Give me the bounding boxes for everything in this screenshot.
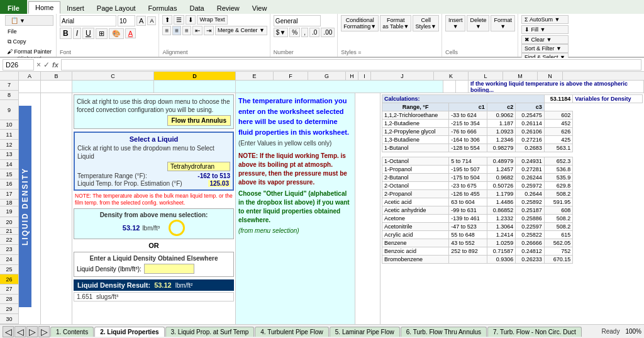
liquid-density-input[interactable] bbox=[144, 264, 194, 274]
row-header-23: 23 bbox=[0, 245, 19, 255]
formula-x-icon: × bbox=[36, 60, 41, 69]
insert-button[interactable]: Insert▼ bbox=[445, 15, 466, 31]
col-header-c3: c3 bbox=[516, 103, 545, 111]
paste-icon: 📋 bbox=[11, 17, 18, 24]
conditional-formatting-button[interactable]: ConditionalFormatting▼ bbox=[341, 15, 379, 31]
paste-button[interactable]: 📋▼ bbox=[5, 15, 53, 26]
decrease-font-button[interactable]: A bbox=[147, 16, 156, 25]
sheet-tab-liquid-props[interactable]: 2. Liquid Properties bbox=[94, 327, 164, 337]
config-dropdown[interactable]: Flow thru Annulus bbox=[167, 115, 231, 126]
tab-view[interactable]: View bbox=[246, 3, 274, 14]
wrap-text-button[interactable]: Wrap Text bbox=[197, 15, 227, 25]
row-header-7: 7 bbox=[0, 81, 19, 91]
sheet-tab-surf-temp[interactable]: 3. Liquid Prop. at Surf Temp bbox=[165, 327, 255, 337]
select-liquid-note: Click at right to use the dropdown menu … bbox=[77, 144, 230, 161]
row-header-29: 29 bbox=[0, 304, 19, 314]
scroll-sheet-left[interactable]: ◁ bbox=[14, 326, 26, 337]
format-button[interactable]: Format▼ bbox=[491, 15, 515, 31]
table-row: 2-Butanol-175 to 5040.96820.26244535.9 bbox=[382, 174, 643, 182]
liquid-dropdown[interactable]: Tetrahydrofuran bbox=[167, 162, 230, 171]
enter-density-title: Enter a Liquid Density Obtained Elsewher… bbox=[77, 255, 231, 262]
format-as-table-button[interactable]: Formatas Table▼ bbox=[380, 15, 411, 31]
sidebar-label: LIQUID DENSITY bbox=[19, 106, 31, 307]
italic-button[interactable]: I bbox=[73, 28, 81, 39]
delete-button[interactable]: Delete▼ bbox=[467, 15, 489, 31]
col-header-j: J bbox=[371, 72, 434, 80]
sort-filter-button[interactable]: Sort & Filter ▼ bbox=[521, 44, 569, 53]
col-header-k: K bbox=[434, 72, 469, 80]
indicator-circle bbox=[169, 220, 185, 236]
right-header-text: If the working liquid temperature is abo… bbox=[470, 81, 641, 93]
row-header-11: 11 bbox=[0, 130, 19, 140]
bold-button[interactable]: B bbox=[60, 28, 72, 39]
table-row: Acetone-139 to 4611.23320.25886508.2 bbox=[382, 215, 643, 223]
formula-input[interactable] bbox=[61, 59, 641, 70]
sheet-tab-turb-pipe[interactable]: 4. Turbulent Pipe Flow bbox=[255, 327, 329, 337]
scroll-sheet-right[interactable]: ▷ bbox=[26, 326, 38, 337]
merge-center-button[interactable]: Merge & Center ▼ bbox=[215, 26, 267, 35]
format-painter-button[interactable]: 🖌 Format Painter bbox=[5, 48, 53, 55]
increase-decimal-button[interactable]: .0 bbox=[309, 28, 319, 37]
choose-text: Choose "Other Liquid" (alphabetical in t… bbox=[238, 189, 352, 225]
align-left-button[interactable]: ≡ bbox=[162, 26, 171, 35]
number-format-input[interactable] bbox=[274, 15, 321, 26]
row-header-9: 9 bbox=[0, 100, 19, 120]
decrease-decimal-button[interactable]: .00 bbox=[321, 28, 335, 37]
col-header-e: E bbox=[236, 72, 274, 80]
fill-color-button[interactable]: 🎨 bbox=[109, 28, 124, 39]
table-row: 1,3-Butadiene-164 to 3061.23460.27216425 bbox=[382, 136, 643, 144]
align-bottom-button[interactable]: ⬇ bbox=[186, 15, 196, 25]
sheet-tab-lam-pipe[interactable]: 5. Laminar Pipe Flow bbox=[330, 327, 400, 337]
comma-button[interactable]: , bbox=[301, 28, 308, 37]
fill-button[interactable]: ⬇ Fill ▼ bbox=[521, 25, 569, 34]
row-header-15: 15 bbox=[0, 169, 19, 179]
table-row: 1,2-Butadiene-215 to 3541.1870.26114452 bbox=[382, 120, 643, 128]
sheet-tab-contents[interactable]: 1. Contents bbox=[50, 327, 94, 337]
underline-button[interactable]: U bbox=[82, 28, 94, 39]
copy-button[interactable]: ⧉ Copy bbox=[5, 37, 29, 47]
format-painter-icon: 🖌 bbox=[7, 48, 13, 55]
clear-button[interactable]: ✖ Clear ▼ bbox=[521, 35, 569, 44]
temp-range-label: Temperature Range (°F): bbox=[77, 172, 196, 179]
col-header-d[interactable]: D bbox=[154, 72, 236, 80]
table-row: Benzene43 to 5521.02590.26666562.05 bbox=[382, 239, 643, 247]
align-right-button[interactable]: ≡ bbox=[182, 26, 191, 35]
col-header-a: A bbox=[19, 72, 41, 80]
align-center-button[interactable]: ≡ bbox=[172, 26, 181, 35]
align-top-button[interactable]: ⬆ bbox=[162, 15, 172, 25]
file-tab[interactable]: File bbox=[0, 3, 27, 14]
tab-data[interactable]: Data bbox=[183, 3, 210, 14]
increase-font-button[interactable]: A bbox=[136, 16, 146, 26]
zoom-control[interactable]: 100% bbox=[625, 328, 641, 335]
indent-increase-button[interactable]: ⇥ bbox=[204, 26, 214, 35]
tab-review[interactable]: Review bbox=[211, 3, 246, 14]
new-sheet-button[interactable]: ◁ bbox=[3, 326, 14, 337]
result-unit2: slugs/ft³ bbox=[96, 293, 118, 300]
row-header-14: 14 bbox=[0, 160, 19, 170]
sheet-tab-turb-annulus[interactable]: 6. Turb. Flow Thru Annulus bbox=[401, 327, 487, 337]
font-family-input[interactable] bbox=[60, 15, 116, 26]
font-size-input[interactable] bbox=[118, 15, 135, 26]
cell-styles-button[interactable]: CellStyles▼ bbox=[413, 15, 438, 31]
autosum-button[interactable]: Σ AutoSum ▼ bbox=[521, 15, 569, 24]
indent-decrease-button[interactable]: ⇤ bbox=[192, 26, 203, 35]
liquid-temp-label: Liquid Temp. for Prop. Estimation (°F) bbox=[77, 180, 207, 187]
formula-fx-icon: fx bbox=[52, 61, 58, 69]
cell-reference-input[interactable] bbox=[3, 59, 34, 70]
calc-value: 53.1184 bbox=[544, 95, 573, 103]
align-middle-button[interactable]: ☰ bbox=[174, 15, 184, 25]
border-button[interactable]: ⊞ bbox=[96, 28, 108, 39]
cut-button[interactable]: File bbox=[5, 27, 19, 36]
font-color-button[interactable]: A bbox=[125, 28, 136, 38]
percent-button[interactable]: % bbox=[289, 28, 300, 37]
scroll-sheet-last[interactable]: ▷ bbox=[38, 326, 50, 337]
note-row: NOTE: The temperature above is the bulk … bbox=[72, 192, 235, 207]
sheet-tab-non-circ[interactable]: 7. Turb. Flow - Non Circ. Duct bbox=[487, 327, 582, 337]
tab-formulas[interactable]: Formulas bbox=[142, 3, 184, 14]
tab-insert[interactable]: Insert bbox=[60, 3, 91, 14]
table-row: Acetonitrile-47 to 5231.30640.22597508.2 bbox=[382, 223, 643, 231]
row-header-28: 28 bbox=[0, 295, 19, 305]
currency-button[interactable]: $▼ bbox=[274, 28, 288, 37]
tab-home[interactable]: Home bbox=[28, 1, 60, 14]
tab-page-layout[interactable]: Page Layout bbox=[91, 3, 142, 14]
